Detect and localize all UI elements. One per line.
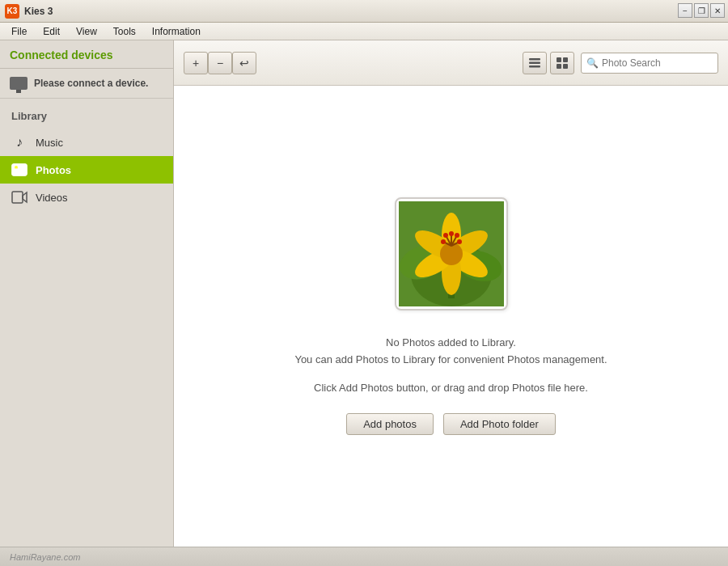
connect-device-section: Please connect a device.: [0, 69, 173, 99]
photos-icon: [11, 162, 28, 178]
no-photos-line1: No Photos added to Library.: [294, 335, 607, 352]
import-button[interactable]: ↩: [232, 52, 256, 74]
remove-button[interactable]: −: [208, 52, 232, 74]
drag-drop-text: Click Add Photos button, or drag and dro…: [314, 382, 588, 394]
sidebar-item-music[interactable]: ♪ Music: [0, 129, 173, 156]
svg-point-23: [440, 243, 463, 265]
svg-point-33: [441, 239, 446, 244]
sidebar-item-photos[interactable]: Photos: [0, 156, 173, 184]
list-view-button[interactable]: [523, 52, 547, 74]
videos-icon: [11, 189, 28, 205]
drag-drop-message: Click Add Photos button, or drag and dro…: [314, 382, 588, 394]
menu-view[interactable]: View: [68, 24, 105, 39]
connected-devices-header: Connected devices: [0, 40, 173, 69]
menu-file[interactable]: File: [3, 24, 35, 39]
search-box[interactable]: 🔍: [581, 53, 718, 74]
menu-bar: File Edit View Tools Information: [0, 23, 728, 40]
sidebar: Connected devices Please connect a devic…: [0, 40, 174, 547]
svg-rect-10: [557, 64, 561, 69]
title-bar: K3 Kies 3 − ❐ ✕: [0, 0, 728, 23]
no-photos-line2: You can add Photos to Library for conven…: [294, 352, 607, 369]
search-input[interactable]: [602, 57, 713, 69]
menu-edit[interactable]: Edit: [35, 24, 68, 39]
svg-rect-11: [563, 64, 568, 69]
grid-view-button[interactable]: [550, 52, 574, 74]
svg-point-31: [457, 239, 462, 244]
restore-button[interactable]: ❐: [694, 3, 709, 18]
library-title: Library: [0, 107, 173, 129]
library-section: Library ♪ Music Photos: [0, 99, 173, 219]
content-toolbar: + − ↩: [174, 40, 728, 86]
svg-point-25: [443, 233, 448, 238]
add-photo-folder-button[interactable]: Add Photo folder: [443, 413, 556, 435]
svg-point-27: [455, 233, 459, 238]
sidebar-item-videos[interactable]: Videos: [0, 184, 173, 211]
add-photos-button[interactable]: Add photos: [346, 413, 434, 435]
photos-label: Photos: [36, 164, 71, 176]
window-controls: − ❐ ✕: [678, 3, 725, 18]
content-area: + − ↩: [174, 40, 728, 547]
minimize-button[interactable]: −: [678, 3, 692, 18]
svg-rect-8: [557, 57, 561, 62]
svg-rect-6: [529, 61, 540, 64]
flower-image: [399, 201, 504, 306]
search-icon: 🔍: [586, 57, 599, 69]
add-button[interactable]: +: [184, 52, 208, 74]
svg-rect-9: [563, 57, 568, 62]
no-photos-message: No Photos added to Library. You can add …: [294, 335, 607, 369]
svg-rect-7: [529, 65, 540, 68]
music-label: Music: [36, 137, 63, 149]
watermark-text: HamiRayane.com: [10, 552, 80, 562]
videos-label: Videos: [36, 192, 68, 204]
svg-point-29: [449, 231, 454, 236]
menu-tools[interactable]: Tools: [105, 24, 144, 39]
action-buttons: Add photos Add Photo folder: [346, 413, 556, 435]
app-icon: K3: [5, 4, 19, 19]
svg-rect-5: [529, 58, 540, 61]
connected-devices-title: Connected devices: [10, 49, 163, 61]
app-title: Kies 3: [24, 6, 53, 17]
view-buttons: [523, 52, 574, 74]
close-button[interactable]: ✕: [710, 3, 725, 18]
status-bar: HamiRayane.com: [0, 547, 728, 566]
menu-information[interactable]: Information: [144, 24, 209, 39]
svg-rect-3: [12, 192, 23, 203]
connect-message: Please connect a device.: [34, 78, 148, 89]
main-layout: Connected devices Please connect a devic…: [0, 40, 728, 547]
svg-rect-1: [12, 164, 27, 175]
content-main: No Photos added to Library. You can add …: [174, 86, 728, 547]
photo-placeholder: [395, 197, 508, 310]
music-icon: ♪: [11, 134, 28, 150]
device-icon: [10, 77, 28, 90]
